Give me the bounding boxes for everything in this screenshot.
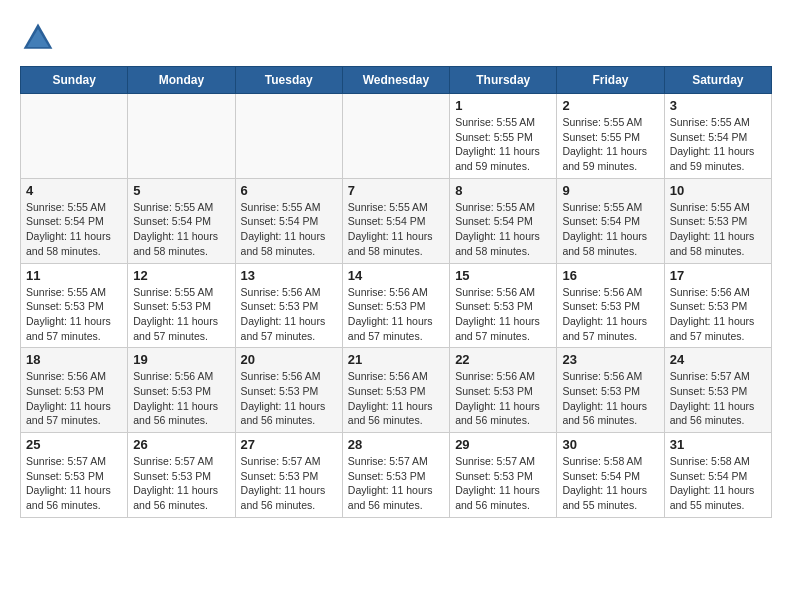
day-info: Sunrise: 5:57 AM Sunset: 5:53 PM Dayligh… xyxy=(241,454,337,513)
calendar-cell: 25Sunrise: 5:57 AM Sunset: 5:53 PM Dayli… xyxy=(21,433,128,518)
logo xyxy=(20,20,60,56)
day-info: Sunrise: 5:57 AM Sunset: 5:53 PM Dayligh… xyxy=(670,369,766,428)
calendar-cell: 27Sunrise: 5:57 AM Sunset: 5:53 PM Dayli… xyxy=(235,433,342,518)
calendar-cell xyxy=(342,94,449,179)
calendar-cell: 8Sunrise: 5:55 AM Sunset: 5:54 PM Daylig… xyxy=(450,178,557,263)
calendar-cell: 24Sunrise: 5:57 AM Sunset: 5:53 PM Dayli… xyxy=(664,348,771,433)
day-info: Sunrise: 5:55 AM Sunset: 5:54 PM Dayligh… xyxy=(26,200,122,259)
day-info: Sunrise: 5:56 AM Sunset: 5:53 PM Dayligh… xyxy=(348,369,444,428)
weekday-header-wednesday: Wednesday xyxy=(342,67,449,94)
day-number: 16 xyxy=(562,268,658,283)
day-number: 4 xyxy=(26,183,122,198)
calendar-cell: 14Sunrise: 5:56 AM Sunset: 5:53 PM Dayli… xyxy=(342,263,449,348)
day-number: 7 xyxy=(348,183,444,198)
calendar-cell: 21Sunrise: 5:56 AM Sunset: 5:53 PM Dayli… xyxy=(342,348,449,433)
day-number: 28 xyxy=(348,437,444,452)
calendar-cell: 15Sunrise: 5:56 AM Sunset: 5:53 PM Dayli… xyxy=(450,263,557,348)
day-number: 13 xyxy=(241,268,337,283)
day-number: 24 xyxy=(670,352,766,367)
day-number: 29 xyxy=(455,437,551,452)
calendar-cell: 28Sunrise: 5:57 AM Sunset: 5:53 PM Dayli… xyxy=(342,433,449,518)
day-info: Sunrise: 5:56 AM Sunset: 5:53 PM Dayligh… xyxy=(241,285,337,344)
day-info: Sunrise: 5:56 AM Sunset: 5:53 PM Dayligh… xyxy=(562,285,658,344)
calendar-week-4: 18Sunrise: 5:56 AM Sunset: 5:53 PM Dayli… xyxy=(21,348,772,433)
day-number: 25 xyxy=(26,437,122,452)
day-info: Sunrise: 5:56 AM Sunset: 5:53 PM Dayligh… xyxy=(133,369,229,428)
calendar-cell: 31Sunrise: 5:58 AM Sunset: 5:54 PM Dayli… xyxy=(664,433,771,518)
calendar-table: SundayMondayTuesdayWednesdayThursdayFrid… xyxy=(20,66,772,518)
day-number: 18 xyxy=(26,352,122,367)
day-info: Sunrise: 5:56 AM Sunset: 5:53 PM Dayligh… xyxy=(455,369,551,428)
calendar-cell: 26Sunrise: 5:57 AM Sunset: 5:53 PM Dayli… xyxy=(128,433,235,518)
day-number: 12 xyxy=(133,268,229,283)
day-info: Sunrise: 5:55 AM Sunset: 5:54 PM Dayligh… xyxy=(348,200,444,259)
day-info: Sunrise: 5:57 AM Sunset: 5:53 PM Dayligh… xyxy=(26,454,122,513)
day-info: Sunrise: 5:55 AM Sunset: 5:53 PM Dayligh… xyxy=(133,285,229,344)
calendar-cell: 18Sunrise: 5:56 AM Sunset: 5:53 PM Dayli… xyxy=(21,348,128,433)
day-info: Sunrise: 5:55 AM Sunset: 5:55 PM Dayligh… xyxy=(455,115,551,174)
calendar-cell: 3Sunrise: 5:55 AM Sunset: 5:54 PM Daylig… xyxy=(664,94,771,179)
day-number: 6 xyxy=(241,183,337,198)
page-header xyxy=(20,20,772,56)
day-number: 26 xyxy=(133,437,229,452)
weekday-header-sunday: Sunday xyxy=(21,67,128,94)
calendar-cell: 1Sunrise: 5:55 AM Sunset: 5:55 PM Daylig… xyxy=(450,94,557,179)
day-number: 11 xyxy=(26,268,122,283)
calendar-cell: 10Sunrise: 5:55 AM Sunset: 5:53 PM Dayli… xyxy=(664,178,771,263)
day-number: 23 xyxy=(562,352,658,367)
day-info: Sunrise: 5:56 AM Sunset: 5:53 PM Dayligh… xyxy=(670,285,766,344)
day-number: 21 xyxy=(348,352,444,367)
day-number: 5 xyxy=(133,183,229,198)
day-number: 14 xyxy=(348,268,444,283)
day-number: 15 xyxy=(455,268,551,283)
day-info: Sunrise: 5:58 AM Sunset: 5:54 PM Dayligh… xyxy=(670,454,766,513)
calendar-week-5: 25Sunrise: 5:57 AM Sunset: 5:53 PM Dayli… xyxy=(21,433,772,518)
day-info: Sunrise: 5:55 AM Sunset: 5:54 PM Dayligh… xyxy=(562,200,658,259)
weekday-header-friday: Friday xyxy=(557,67,664,94)
calendar-week-2: 4Sunrise: 5:55 AM Sunset: 5:54 PM Daylig… xyxy=(21,178,772,263)
day-info: Sunrise: 5:55 AM Sunset: 5:54 PM Dayligh… xyxy=(241,200,337,259)
calendar-cell: 20Sunrise: 5:56 AM Sunset: 5:53 PM Dayli… xyxy=(235,348,342,433)
weekday-header-monday: Monday xyxy=(128,67,235,94)
calendar-cell: 23Sunrise: 5:56 AM Sunset: 5:53 PM Dayli… xyxy=(557,348,664,433)
day-number: 22 xyxy=(455,352,551,367)
day-number: 30 xyxy=(562,437,658,452)
calendar-cell: 2Sunrise: 5:55 AM Sunset: 5:55 PM Daylig… xyxy=(557,94,664,179)
calendar-cell: 7Sunrise: 5:55 AM Sunset: 5:54 PM Daylig… xyxy=(342,178,449,263)
weekday-header-tuesday: Tuesday xyxy=(235,67,342,94)
day-number: 20 xyxy=(241,352,337,367)
day-number: 2 xyxy=(562,98,658,113)
logo-icon xyxy=(20,20,56,56)
day-info: Sunrise: 5:56 AM Sunset: 5:53 PM Dayligh… xyxy=(562,369,658,428)
calendar-cell: 17Sunrise: 5:56 AM Sunset: 5:53 PM Dayli… xyxy=(664,263,771,348)
weekday-header-saturday: Saturday xyxy=(664,67,771,94)
calendar-cell xyxy=(235,94,342,179)
day-number: 9 xyxy=(562,183,658,198)
weekday-header-row: SundayMondayTuesdayWednesdayThursdayFrid… xyxy=(21,67,772,94)
day-info: Sunrise: 5:56 AM Sunset: 5:53 PM Dayligh… xyxy=(241,369,337,428)
day-number: 27 xyxy=(241,437,337,452)
day-info: Sunrise: 5:55 AM Sunset: 5:54 PM Dayligh… xyxy=(670,115,766,174)
calendar-week-3: 11Sunrise: 5:55 AM Sunset: 5:53 PM Dayli… xyxy=(21,263,772,348)
calendar-cell: 6Sunrise: 5:55 AM Sunset: 5:54 PM Daylig… xyxy=(235,178,342,263)
calendar-cell: 9Sunrise: 5:55 AM Sunset: 5:54 PM Daylig… xyxy=(557,178,664,263)
day-info: Sunrise: 5:56 AM Sunset: 5:53 PM Dayligh… xyxy=(26,369,122,428)
calendar-cell: 16Sunrise: 5:56 AM Sunset: 5:53 PM Dayli… xyxy=(557,263,664,348)
calendar-cell: 30Sunrise: 5:58 AM Sunset: 5:54 PM Dayli… xyxy=(557,433,664,518)
day-info: Sunrise: 5:55 AM Sunset: 5:54 PM Dayligh… xyxy=(133,200,229,259)
calendar-cell: 13Sunrise: 5:56 AM Sunset: 5:53 PM Dayli… xyxy=(235,263,342,348)
day-info: Sunrise: 5:56 AM Sunset: 5:53 PM Dayligh… xyxy=(455,285,551,344)
day-number: 31 xyxy=(670,437,766,452)
weekday-header-thursday: Thursday xyxy=(450,67,557,94)
day-number: 19 xyxy=(133,352,229,367)
calendar-cell xyxy=(128,94,235,179)
day-info: Sunrise: 5:55 AM Sunset: 5:53 PM Dayligh… xyxy=(670,200,766,259)
day-info: Sunrise: 5:56 AM Sunset: 5:53 PM Dayligh… xyxy=(348,285,444,344)
day-number: 17 xyxy=(670,268,766,283)
calendar-week-1: 1Sunrise: 5:55 AM Sunset: 5:55 PM Daylig… xyxy=(21,94,772,179)
day-info: Sunrise: 5:57 AM Sunset: 5:53 PM Dayligh… xyxy=(133,454,229,513)
calendar-cell: 11Sunrise: 5:55 AM Sunset: 5:53 PM Dayli… xyxy=(21,263,128,348)
day-number: 10 xyxy=(670,183,766,198)
day-info: Sunrise: 5:58 AM Sunset: 5:54 PM Dayligh… xyxy=(562,454,658,513)
calendar-cell: 19Sunrise: 5:56 AM Sunset: 5:53 PM Dayli… xyxy=(128,348,235,433)
